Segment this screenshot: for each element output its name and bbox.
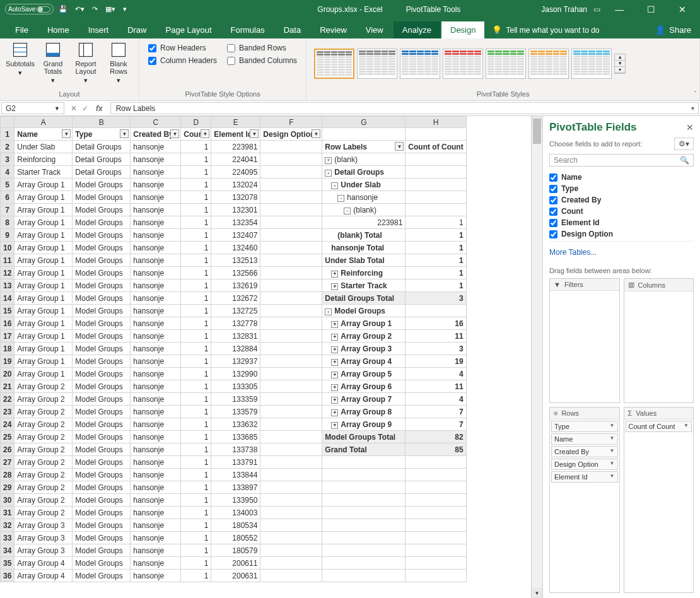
cell-by[interactable]: hansonje [131, 507, 181, 519]
cell-by[interactable]: hansonje [131, 305, 181, 317]
cell-design-option[interactable] [260, 507, 322, 519]
field-name[interactable]: Name [549, 173, 694, 182]
row-head-21[interactable]: 21 [1, 380, 15, 393]
spreadsheet-grid[interactable]: ABCDEFGH1Name▼Type▼Created By▼Count▼Elem… [0, 116, 531, 598]
cell-design-option[interactable] [260, 242, 322, 254]
tab-page-layout[interactable]: Page Layout [157, 21, 221, 38]
cell-by[interactable]: hansonje [131, 254, 181, 267]
cell-name[interactable]: Array Group 1 [15, 179, 73, 191]
cell-count[interactable]: 1 [181, 456, 211, 469]
cell-type[interactable]: Model Groups [73, 481, 131, 494]
expand-collapse-icon[interactable]: - [331, 182, 338, 189]
cell-eid[interactable]: 200631 [211, 570, 260, 582]
gallery-more-button[interactable]: ▾ [615, 67, 625, 73]
pivot-row-value[interactable]: 1 [405, 242, 466, 254]
cell-eid[interactable]: 132460 [211, 242, 260, 254]
cell-count[interactable]: 1 [181, 141, 211, 153]
row-head-31[interactable]: 31 [1, 507, 15, 519]
cell-design-option[interactable] [260, 418, 322, 431]
row-head-17[interactable]: 17 [1, 330, 15, 343]
pivot-row-value[interactable]: 11 [405, 380, 466, 393]
cell-count[interactable]: 1 [181, 166, 211, 179]
pivot-row-value[interactable]: 1 [405, 254, 466, 267]
cell-by[interactable]: hansonje [131, 216, 181, 229]
cell-type[interactable]: Model Groups [73, 179, 131, 191]
value-area-item[interactable]: Count of Count▼ [626, 421, 692, 432]
fields-search-input[interactable]: Search 🔍 [549, 154, 694, 167]
cell-eid[interactable]: 180579 [211, 544, 260, 557]
cell-name[interactable]: Starter Track [15, 166, 73, 179]
cell-eid[interactable]: 132513 [211, 254, 260, 267]
cell-count[interactable]: 1 [181, 544, 211, 557]
tab-view[interactable]: View [357, 21, 392, 38]
cell-name[interactable]: Array Group 1 [15, 368, 73, 380]
row-head-18[interactable]: 18 [1, 343, 15, 355]
pivot-row-value[interactable]: 16 [405, 317, 466, 330]
cell-by[interactable]: hansonje [131, 481, 181, 494]
pivot-row-value[interactable]: 4 [405, 393, 466, 406]
header-type[interactable]: Type▼ [73, 128, 131, 141]
pivot-row-value[interactable] [405, 191, 466, 204]
cell-by[interactable]: hansonje [131, 418, 181, 431]
cell-type[interactable]: Model Groups [73, 292, 131, 305]
cell-design-option[interactable] [260, 153, 322, 166]
cell-design-option[interactable] [260, 267, 322, 279]
pivot-row-value[interactable]: 82 [405, 431, 466, 443]
cell-count[interactable]: 1 [181, 343, 211, 355]
row-area-item[interactable]: Name▼ [551, 433, 618, 445]
cell-eid[interactable]: 132078 [211, 191, 260, 204]
row-head-8[interactable]: 8 [1, 216, 15, 229]
tab-design[interactable]: Design [441, 21, 484, 38]
col-head-C[interactable]: C [131, 117, 181, 128]
area-filters[interactable]: ▼Filters [549, 278, 620, 403]
cell-by[interactable]: hansonje [131, 355, 181, 368]
cell-eid[interactable]: 224041 [211, 153, 260, 166]
pivot-row-label[interactable]: +Array Group 2 [322, 330, 405, 343]
cell-count[interactable]: 1 [181, 242, 211, 254]
expand-collapse-icon[interactable]: + [331, 372, 338, 378]
cell-by[interactable]: hansonje [131, 330, 181, 343]
pivot-row-value[interactable] [405, 204, 466, 216]
filter-dropdown-icon[interactable]: ▼ [312, 129, 320, 138]
row-head-6[interactable]: 6 [1, 191, 15, 204]
cell-by[interactable]: hansonje [131, 267, 181, 279]
cell-name[interactable]: Array Group 1 [15, 242, 73, 254]
tab-formulas[interactable]: Formulas [222, 21, 274, 38]
pivot-row-value[interactable] [405, 153, 466, 166]
header-count[interactable]: Count▼ [181, 128, 211, 141]
cell-name[interactable]: Array Group 2 [15, 418, 73, 431]
cell-design-option[interactable] [260, 279, 322, 292]
cell-design-option[interactable] [260, 406, 322, 418]
cell-type[interactable]: Detail Groups [73, 166, 131, 179]
expand-collapse-icon[interactable]: + [325, 157, 332, 164]
cell-count[interactable]: 1 [181, 469, 211, 481]
cell-count[interactable]: 1 [181, 494, 211, 507]
row-head-5[interactable]: 5 [1, 179, 15, 191]
cell-type[interactable]: Model Groups [73, 557, 131, 570]
cell-name[interactable]: Array Group 2 [15, 494, 73, 507]
cell-design-option[interactable] [260, 557, 322, 570]
cell-count[interactable]: 1 [181, 507, 211, 519]
pivot-row-label[interactable]: +Array Group 6 [322, 380, 405, 393]
cell-name[interactable]: Array Group 2 [15, 393, 73, 406]
cell-by[interactable]: hansonje [131, 292, 181, 305]
pivot-row-label[interactable]: hansonje Total [322, 242, 405, 254]
cell-eid[interactable]: 132301 [211, 204, 260, 216]
banded-rows-checkbox[interactable]: Banded Rows [227, 44, 297, 52]
gallery-up-button[interactable]: ▲ [615, 54, 625, 61]
expand-collapse-icon[interactable]: + [331, 271, 338, 278]
row-head-24[interactable]: 24 [1, 418, 15, 431]
pivot-row-label[interactable]: -Under Slab [322, 179, 405, 191]
cell-by[interactable]: hansonje [131, 141, 181, 153]
cell-name[interactable]: Array Group 1 [15, 317, 73, 330]
pivot-row-label[interactable]: +Array Group 1 [322, 317, 405, 330]
cell-design-option[interactable] [260, 481, 322, 494]
pivot-row-value[interactable]: 7 [405, 418, 466, 431]
expand-collapse-icon[interactable]: + [331, 283, 338, 290]
cell-count[interactable]: 1 [181, 305, 211, 317]
cell-eid[interactable]: 133685 [211, 431, 260, 443]
tab-draw[interactable]: Draw [119, 21, 155, 38]
row-head-1[interactable]: 1 [1, 128, 15, 141]
cell-type[interactable]: Model Groups [73, 355, 131, 368]
cell-by[interactable]: hansonje [131, 317, 181, 330]
